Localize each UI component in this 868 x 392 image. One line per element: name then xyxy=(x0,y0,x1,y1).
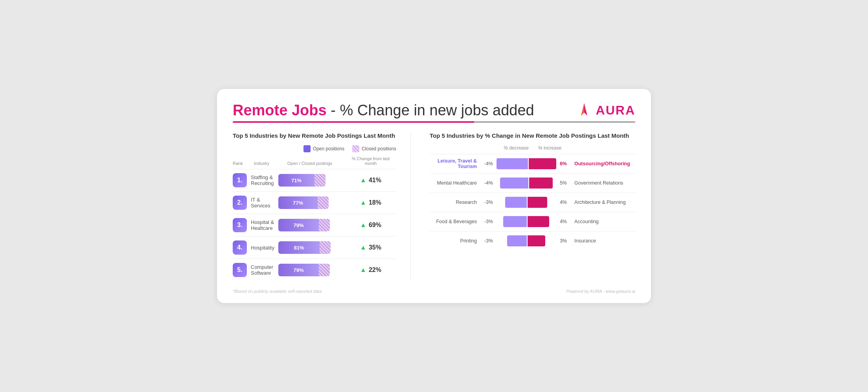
right-bars xyxy=(497,235,556,246)
bar-cell: 77% xyxy=(274,196,345,209)
bar-cell: 71% xyxy=(274,174,345,187)
bar-container: 79% xyxy=(278,219,341,231)
industry-name: Hospitality xyxy=(251,245,274,251)
arrow-up-icon: ▲ xyxy=(360,177,366,184)
bar-closed xyxy=(319,264,330,276)
bar-container: 79% xyxy=(278,264,341,276)
change-cell: ▲ 35% xyxy=(345,244,396,251)
bar-cell: 79% xyxy=(274,264,345,276)
right-left-industry: Leisure, Travel & Tourism xyxy=(430,158,481,169)
rb-right-bar xyxy=(529,158,556,169)
bar-closed xyxy=(319,219,330,231)
right-bars xyxy=(497,158,556,169)
rb-left-bar xyxy=(500,178,528,189)
footer: *Based on publicly available self-report… xyxy=(233,289,635,294)
arrow-up-icon: ▲ xyxy=(360,199,366,206)
right-inc-pct: 3% xyxy=(556,238,570,244)
right-dec-pct: -3% xyxy=(481,238,497,244)
table-row: 1. Staffing & Recruiting 71% ▲ 41% xyxy=(233,169,396,191)
bar-closed xyxy=(320,241,331,254)
right-bars xyxy=(497,216,556,227)
th-change: % Change from last month xyxy=(345,156,396,166)
right-right-industry: Outsourcing/Offshoring xyxy=(570,161,637,166)
aura-logo-icon xyxy=(576,102,593,119)
right-dec-pct: -3% xyxy=(481,219,497,224)
page-title: Remote Jobs - % Change in new jobs added xyxy=(233,102,534,119)
bar-open: 81% xyxy=(278,241,320,254)
table-headers: Rank Industry Open / Closed postings % C… xyxy=(233,156,396,166)
industry-name: Computer Software xyxy=(251,264,274,276)
right-section-title: Top 5 Industries by % Change in New Remo… xyxy=(430,132,637,139)
footer-powered: Powered by AURA - www.getaura.ai xyxy=(566,289,635,294)
change-value: 18% xyxy=(369,199,381,206)
svg-marker-1 xyxy=(581,103,584,116)
right-right-industry: Architecture & Planning xyxy=(570,200,637,205)
footer-note: *Based on publicly available self-report… xyxy=(233,289,322,294)
bar-closed xyxy=(318,196,329,209)
bar-open: 77% xyxy=(278,196,318,209)
arrow-up-icon: ▲ xyxy=(360,266,366,274)
arrow-up-icon: ▲ xyxy=(360,244,366,251)
bar-container: 71% xyxy=(278,174,341,187)
legend-open: Open positions xyxy=(303,145,344,152)
industry-name: Staffing & Recruiting xyxy=(251,174,274,186)
right-right-industry: Accounting xyxy=(570,219,637,224)
legend-open-label: Open positions xyxy=(313,146,344,152)
main-card: Remote Jobs - % Change in new jobs added… xyxy=(217,89,651,303)
bar-open: 79% xyxy=(278,219,319,231)
arrow-up-icon: ▲ xyxy=(360,222,366,229)
change-value: 41% xyxy=(369,177,381,184)
increase-label: % increase xyxy=(533,145,637,151)
right-inc-pct: 4% xyxy=(556,219,570,224)
right-inc-pct: 6% xyxy=(556,161,570,166)
rank-badge: 4. xyxy=(233,240,247,255)
rb-left-bar xyxy=(503,216,527,227)
left-column: Top 5 Industries by New Remote Job Posti… xyxy=(233,132,411,281)
bar-open: 79% xyxy=(278,264,319,276)
legend-closed-label: Closed positions xyxy=(362,146,396,152)
right-bars xyxy=(497,197,556,208)
right-bars xyxy=(497,178,556,189)
bar-cell: 81% xyxy=(274,241,345,254)
bar-cell: 79% xyxy=(274,219,345,231)
right-dec-pct: -3% xyxy=(481,200,497,205)
right-right-industry: Government Relations xyxy=(570,180,637,186)
table-row: 2. IT & Services 77% ▲ 18% xyxy=(233,191,396,214)
right-table: Leisure, Travel & Tourism -4% 6% Outsour… xyxy=(430,154,637,250)
header: Remote Jobs - % Change in new jobs added… xyxy=(233,102,635,119)
legend-closed-box xyxy=(352,145,359,152)
footer-powered-text: Powered by AURA - www.getaura.ai xyxy=(566,289,635,294)
right-table-row: Printing -3% 3% Insurance xyxy=(430,231,637,250)
logo: AURA xyxy=(576,102,635,119)
change-cell: ▲ 18% xyxy=(345,199,396,206)
change-cell: ▲ 22% xyxy=(345,266,396,274)
bar-container: 77% xyxy=(278,196,341,209)
rb-right-bar xyxy=(529,178,553,189)
th-industry: Industry xyxy=(254,161,274,166)
right-right-industry: Insurance xyxy=(570,238,637,244)
right-table-row: Food & Beverages -3% 4% Accounting xyxy=(430,212,637,231)
rank-badge: 5. xyxy=(233,263,247,277)
bar-open: 71% xyxy=(278,174,314,187)
th-rank: Rank xyxy=(233,161,254,166)
bar-container: 81% xyxy=(278,241,341,254)
logo-text: AURA xyxy=(596,103,635,118)
right-table-row: Mental Healthcare -4% 5% Government Rela… xyxy=(430,173,637,192)
right-inc-pct: 5% xyxy=(556,180,570,186)
right-table-row: Research -3% 4% Architecture & Planning xyxy=(430,192,637,212)
right-left-industry: Food & Beverages xyxy=(430,219,481,224)
rank-badge: 1. xyxy=(233,173,247,187)
rb-right-bar xyxy=(528,197,547,208)
rb-left-bar xyxy=(507,235,527,246)
rb-right-bar xyxy=(528,235,545,246)
industry-name: Hospital & Healtcare xyxy=(251,219,274,231)
change-value: 22% xyxy=(369,266,381,274)
rank-badge: 3. xyxy=(233,218,247,232)
th-postings: Open / Closed postings xyxy=(274,161,345,166)
rank-badge: 2. xyxy=(233,196,247,210)
right-left-industry: Mental Healthcare xyxy=(430,180,481,186)
right-left-industry: Research xyxy=(430,200,481,205)
bar-closed xyxy=(314,174,326,187)
header-divider xyxy=(233,121,635,123)
legend-open-box xyxy=(303,145,311,152)
